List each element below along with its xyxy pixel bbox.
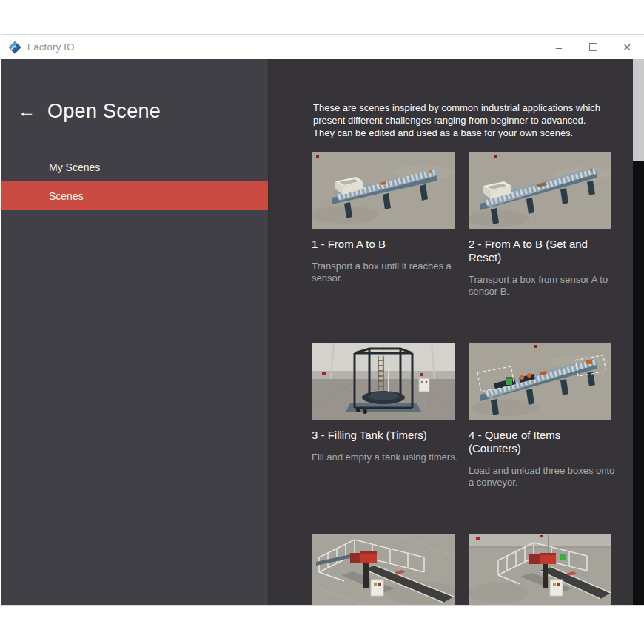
window-body: ← Open Scene My Scenes Scenes These are …: [1, 59, 644, 605]
sidebar-item-scenes[interactable]: Scenes: [1, 181, 268, 210]
maximize-button[interactable]: [576, 35, 610, 59]
scrollbar-track[interactable]: [633, 59, 644, 605]
conveyor-scene-thumbnail: [312, 152, 455, 229]
back-arrow-icon[interactable]: ←: [18, 98, 40, 124]
queue-conveyor-scene-thumbnail: [469, 343, 611, 420]
minimize-button[interactable]: –: [542, 35, 576, 59]
factory-io-logo-icon: [8, 41, 21, 54]
scene-card-grid: 1 - From A to B Transport a box until it…: [312, 152, 611, 605]
scene-card-description: Transport a box from sensor A to sensor …: [469, 274, 617, 298]
scene-card-assembler[interactable]: Assembler: [312, 534, 455, 605]
scene-card-queue-of-items[interactable]: 4 - Queue of Items (Counters) Load and u…: [469, 343, 611, 489]
scene-list-panel: These are scenes inspired by common indu…: [268, 59, 633, 605]
sidebar: ← Open Scene My Scenes Scenes: [1, 59, 268, 605]
scene-card-title: 3 - Filling Tank (Timers): [312, 429, 455, 442]
desktop-background: Factory IO – ✕ ← Open Scene My Scenes Sc…: [0, 0, 644, 644]
intro-line: These are scenes inspired by common indu…: [313, 101, 600, 114]
intro-text: These are scenes inspired by common indu…: [313, 101, 600, 139]
intro-line: present different challenges ranging fro…: [313, 114, 600, 127]
filling-tank-scene-thumbnail: [312, 343, 455, 420]
sidebar-header: ← Open Scene: [18, 98, 161, 124]
sidebar-item-my-scenes[interactable]: My Scenes: [1, 152, 268, 181]
assembler-scene-thumbnail: [312, 534, 455, 605]
window-controls: – ✕: [542, 35, 644, 59]
maximize-icon: [589, 43, 597, 51]
scene-card-title: 2 - From A to B (Set and Reset): [469, 238, 611, 264]
scene-card-filling-tank[interactable]: 3 - Filling Tank (Timers) Fill and empty…: [312, 343, 455, 489]
conveyor-long-scene-thumbnail: [469, 152, 611, 229]
assembler-analog-scene-thumbnail: [469, 534, 611, 605]
window-titlebar: Factory IO – ✕: [1, 35, 644, 59]
page-title: Open Scene: [47, 100, 161, 123]
scene-card-title: 1 - From A to B: [312, 238, 455, 251]
scene-card-description: Transport a box until it reaches a senso…: [312, 261, 460, 284]
scene-card-title: 4 - Queue of Items (Counters): [469, 429, 611, 455]
intro-line: They can be edited and used as a base fo…: [313, 127, 600, 139]
scene-card-description: Fill and empty a tank using timers.: [312, 452, 460, 463]
scene-card-description: Load and unload three boxes onto a conve…: [469, 465, 617, 489]
scene-card-from-a-to-b[interactable]: 1 - From A to B Transport a box until it…: [312, 152, 455, 298]
scene-card-from-a-to-b-set-reset[interactable]: 2 - From A to B (Set and Reset) Transpor…: [469, 152, 611, 298]
scrollbar-thumb[interactable]: [633, 59, 644, 161]
scene-card-assembler-analog[interactable]: Assembler (Analog): [469, 534, 611, 605]
sidebar-nav: My Scenes Scenes: [1, 152, 268, 210]
window-title: Factory IO: [27, 41, 75, 53]
close-button[interactable]: ✕: [610, 35, 644, 59]
app-window: Factory IO – ✕ ← Open Scene My Scenes Sc…: [1, 34, 644, 606]
